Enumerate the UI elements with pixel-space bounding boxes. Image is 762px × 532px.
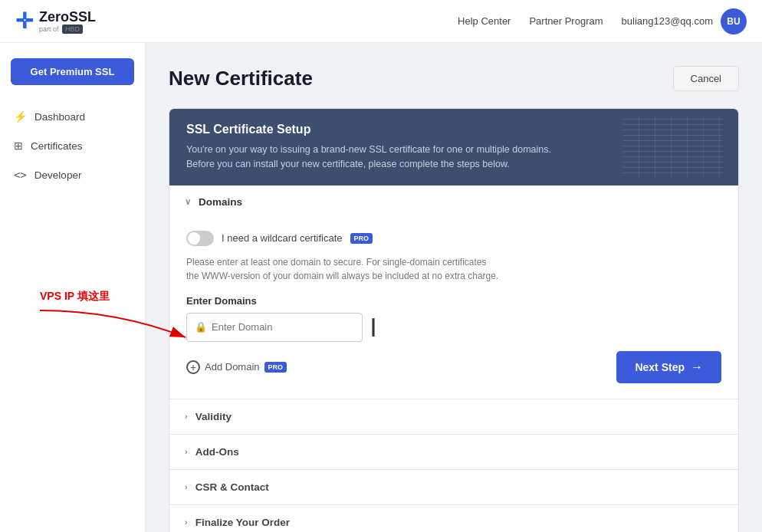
sidebar-label-dashboard: Dashboard — [34, 111, 85, 123]
setup-banner-title: SSL Certificate Setup — [186, 123, 721, 136]
sidebar-label-certificates: Certificates — [31, 140, 83, 152]
lock-icon: 🔒 — [195, 321, 207, 333]
sidebar-item-dashboard[interactable]: ⚡ Dashboard — [0, 103, 145, 130]
validity-section-header[interactable]: › Validity — [169, 399, 738, 434]
page-title: New Certificate — [169, 67, 313, 90]
main-content: New Certificate Cancel SSL Certificate S… — [146, 43, 762, 532]
logo-sub-text: part of HBD — [39, 25, 96, 33]
domain-input-row: 🔒 ┃ — [186, 313, 721, 342]
domains-chevron-icon: ∨ — [185, 197, 191, 207]
validity-section: › Validity — [169, 399, 738, 435]
help-center-link[interactable]: Help Center — [458, 15, 511, 27]
dashboard-icon: ⚡ — [14, 110, 27, 123]
page-header: New Certificate Cancel — [169, 66, 739, 91]
domain-input[interactable] — [212, 321, 354, 333]
finalize-section-header[interactable]: › Finalize Your Order — [169, 505, 738, 533]
validity-label: Validity — [195, 411, 232, 422]
addons-section: › Add-Ons — [169, 435, 738, 470]
logo-badge: HBD — [62, 25, 83, 34]
add-circle-icon: + — [186, 360, 200, 374]
cancel-button[interactable]: Cancel — [673, 66, 739, 91]
certificates-icon: ⊞ — [14, 140, 23, 152]
topnav: ✛ ZeroSSL part of HBD Help Center Partne… — [0, 0, 762, 43]
premium-ssl-button[interactable]: Get Premium SSL — [11, 58, 134, 85]
wildcard-toggle[interactable] — [186, 231, 214, 246]
csr-label: CSR & Contact — [195, 481, 269, 493]
domain-input-wrapper[interactable]: 🔒 — [186, 313, 363, 342]
add-domain-button[interactable]: + Add Domain PRO — [186, 357, 287, 377]
logo-name: ZeroSSL — [39, 9, 96, 25]
addons-label: Add-Ons — [195, 446, 239, 458]
sidebar: Get Premium SSL ⚡ Dashboard ⊞ Certificat… — [0, 43, 146, 532]
user-avatar[interactable]: BU — [721, 8, 747, 34]
domains-heading: Domains — [199, 196, 242, 208]
wildcard-row: I need a wildcard certificate PRO — [186, 231, 721, 246]
addons-chevron-icon: › — [185, 447, 188, 456]
add-domain-pro-badge: PRO — [264, 362, 287, 373]
csr-chevron-icon: › — [185, 482, 188, 491]
validity-chevron-icon: › — [185, 412, 188, 421]
layout: Get Premium SSL ⚡ Dashboard ⊞ Certificat… — [0, 43, 762, 532]
csr-section-header[interactable]: › CSR & Contact — [169, 470, 738, 504]
setup-banner: SSL Certificate Setup You're on your way… — [169, 109, 738, 186]
finalize-chevron-icon: › — [185, 517, 188, 527]
partner-program-link[interactable]: Partner Program — [529, 15, 603, 27]
wildcard-pro-badge: PRO — [350, 233, 373, 244]
sidebar-label-developer: Developer — [34, 169, 82, 181]
finalize-label: Finalize Your Order — [195, 517, 290, 528]
wildcard-label: I need a wildcard certificate — [222, 232, 343, 244]
enter-domains-label: Enter Domains — [186, 295, 721, 307]
developer-icon: <> — [14, 169, 27, 181]
domains-content: I need a wildcard certificate PRO Please… — [169, 218, 738, 399]
finalize-section: › Finalize Your Order — [169, 505, 738, 533]
logo-text-group: ZeroSSL part of HBD — [39, 9, 96, 33]
addons-section-header[interactable]: › Add-Ons — [169, 435, 738, 469]
domains-section-header[interactable]: ∨ Domains — [169, 186, 738, 218]
text-cursor-icon: ┃ — [369, 320, 378, 335]
sidebar-item-certificates[interactable]: ⊞ Certificates — [0, 133, 145, 159]
domains-section: ∨ Domains I need a wildcard certificate … — [169, 186, 738, 399]
logo-cross-icon: ✛ — [15, 11, 33, 32]
domains-desc: Please enter at least one domain to secu… — [186, 255, 721, 283]
arrow-right-icon: → — [691, 360, 703, 374]
nav-links: Help Center Partner Program buliang123@q… — [458, 8, 747, 34]
sidebar-item-developer[interactable]: <> Developer — [0, 162, 145, 188]
csr-section: › CSR & Contact — [169, 470, 738, 505]
next-step-button[interactable]: Next Step → — [616, 351, 721, 383]
logo: ✛ ZeroSSL part of HBD — [15, 9, 96, 33]
nav-user: buliang123@qq.com BU — [622, 8, 747, 34]
user-email: buliang123@qq.com — [622, 15, 713, 27]
cert-card: SSL Certificate Setup You're on your way… — [169, 108, 739, 532]
setup-banner-desc: You're on your way to issuing a brand-ne… — [186, 143, 721, 172]
add-domain-row: + Add Domain PRO Next Step → — [186, 351, 721, 383]
